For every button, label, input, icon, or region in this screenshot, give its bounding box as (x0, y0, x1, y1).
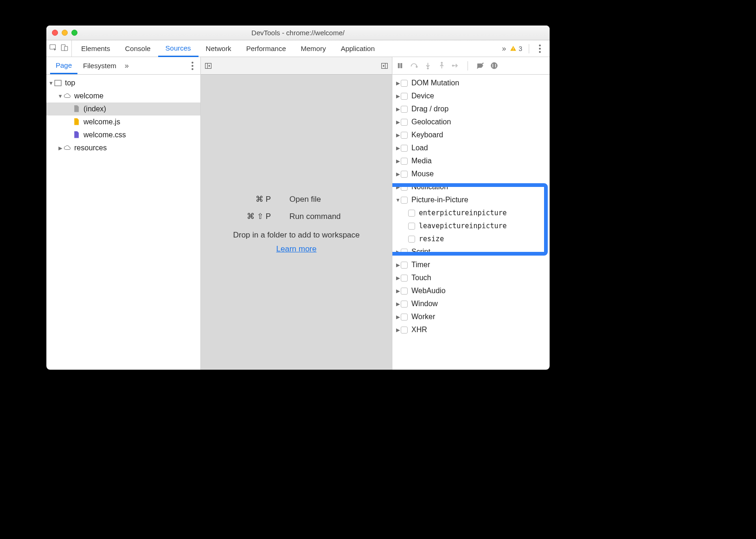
breakpoint-checkbox[interactable] (401, 327, 408, 334)
breakpoint-category[interactable]: Media (392, 154, 550, 167)
breakpoint-checkbox[interactable] (408, 223, 415, 230)
tab-network[interactable]: Network (199, 40, 239, 57)
divider (529, 44, 529, 53)
deactivate-breakpoints-icon[interactable] (475, 61, 485, 71)
breakpoint-event[interactable]: enterpictureinpicture (392, 206, 550, 219)
breakpoint-category[interactable]: DOM Mutation (392, 77, 550, 90)
breakpoint-event[interactable]: resize (392, 232, 550, 245)
chevron-right-icon[interactable] (395, 314, 401, 320)
navigator-tab-filesystem[interactable]: Filesystem (77, 57, 122, 74)
breakpoint-checkbox[interactable] (401, 197, 408, 204)
breakpoint-category[interactable]: Mouse (392, 167, 550, 180)
breakpoint-category[interactable]: Geolocation (392, 116, 550, 128)
tab-performance[interactable]: Performance (239, 40, 294, 57)
editor-toolbar (201, 57, 392, 75)
step-out-icon[interactable] (437, 61, 446, 71)
warnings-badge[interactable]: 3 (510, 45, 522, 52)
navigator-menu-icon[interactable] (188, 62, 197, 70)
chevron-right-icon[interactable] (395, 275, 401, 281)
breakpoint-category[interactable]: Timer (392, 258, 550, 271)
breakpoint-checkbox[interactable] (401, 80, 408, 87)
breakpoint-checkbox[interactable] (401, 288, 408, 295)
breakpoint-checkbox[interactable] (401, 314, 408, 321)
chevron-right-icon[interactable] (395, 145, 401, 151)
tree-node-resources[interactable]: resources (46, 141, 200, 154)
breakpoint-checkbox[interactable] (401, 275, 408, 282)
step-over-icon[interactable] (409, 61, 418, 71)
chevron-right-icon[interactable] (395, 119, 401, 125)
breakpoint-checkbox[interactable] (401, 171, 408, 178)
breakpoint-category[interactable]: Picture-in-Picture (392, 193, 550, 206)
chevron-down-icon[interactable] (395, 197, 401, 203)
devtools-menu-icon[interactable] (536, 45, 544, 53)
breakpoint-checkbox[interactable] (401, 184, 408, 191)
chevron-right-icon[interactable] (395, 171, 401, 177)
breakpoint-checkbox[interactable] (408, 236, 415, 243)
breakpoint-checkbox[interactable] (401, 93, 408, 100)
chevron-right-icon[interactable] (395, 106, 401, 112)
inspect-element-icon[interactable] (49, 44, 58, 54)
svg-rect-3 (513, 48, 513, 49)
breakpoint-category[interactable]: Script (392, 245, 550, 258)
breakpoint-checkbox[interactable] (408, 210, 415, 217)
chevron-right-icon[interactable] (395, 288, 401, 294)
breakpoint-checkbox[interactable] (401, 158, 408, 165)
pause-on-exceptions-icon[interactable] (489, 61, 499, 71)
chevron-right-icon[interactable] (395, 80, 401, 86)
tree-node-welcome[interactable]: welcome (46, 90, 200, 103)
breakpoint-category[interactable]: Keyboard (392, 128, 550, 141)
breakpoint-checkbox[interactable] (401, 119, 408, 126)
tab-memory[interactable]: Memory (294, 40, 333, 57)
breakpoint-event[interactable]: leavepictureinpicture (392, 219, 550, 232)
breakpoint-category[interactable]: Window (392, 297, 550, 310)
chevron-right-icon[interactable] (58, 145, 63, 151)
navigator-tab-page[interactable]: Page (50, 57, 77, 74)
breakpoint-label: Notification (411, 183, 448, 191)
chevron-down-icon[interactable] (58, 93, 63, 99)
breakpoint-category[interactable]: Worker (392, 310, 550, 323)
tree-node-top[interactable]: top (46, 77, 200, 90)
chevron-right-icon[interactable] (395, 132, 401, 138)
tab-console[interactable]: Console (118, 40, 158, 57)
breakpoint-category[interactable]: Notification (392, 180, 550, 193)
breakpoint-checkbox[interactable] (401, 249, 408, 256)
breakpoint-checkbox[interactable] (401, 106, 408, 113)
tab-elements[interactable]: Elements (74, 40, 118, 57)
navigator-overflow-icon[interactable]: » (125, 62, 129, 70)
chevron-right-icon[interactable] (395, 184, 401, 190)
sources-navigator: PageFilesystem » top welcome ( (46, 57, 201, 370)
tabs-overflow-icon[interactable]: » (502, 45, 506, 53)
breakpoint-checkbox[interactable] (401, 132, 408, 139)
learn-more-link[interactable]: Learn more (276, 244, 317, 254)
toggle-device-icon[interactable] (60, 44, 69, 54)
tab-sources[interactable]: Sources (158, 40, 199, 57)
breakpoint-category[interactable]: Device (392, 90, 550, 103)
chevron-right-icon[interactable] (395, 262, 401, 268)
chevron-right-icon[interactable] (395, 158, 401, 164)
step-icon[interactable] (451, 61, 460, 71)
breakpoint-checkbox[interactable] (401, 145, 408, 152)
chevron-right-icon[interactable] (395, 327, 401, 333)
tree-node-css[interactable]: welcome.css (46, 128, 200, 141)
step-into-icon[interactable] (423, 61, 432, 71)
hide-debugger-icon[interactable] (380, 61, 389, 71)
breakpoint-category[interactable]: XHR (392, 323, 550, 336)
devtools-tabbar: ElementsConsoleSourcesNetworkPerformance… (46, 40, 550, 57)
breakpoint-category[interactable]: Drag / drop (392, 103, 550, 116)
breakpoint-checkbox[interactable] (401, 301, 408, 308)
breakpoint-category[interactable]: Touch (392, 271, 550, 284)
chevron-right-icon[interactable] (395, 93, 401, 99)
drop-folder-text: Drop in a folder to add to workspace (233, 231, 359, 240)
tree-node-js[interactable]: welcome.js (46, 116, 200, 128)
breakpoint-category[interactable]: Load (392, 141, 550, 154)
chevron-down-icon[interactable] (48, 80, 54, 86)
tree-node-index[interactable]: (index) (46, 103, 200, 116)
hide-navigator-icon[interactable] (204, 61, 213, 71)
breakpoint-checkbox[interactable] (401, 262, 408, 269)
tab-application[interactable]: Application (333, 40, 382, 57)
pause-icon[interactable] (395, 61, 404, 71)
breakpoint-category[interactable]: WebAudio (392, 284, 550, 297)
chevron-right-icon[interactable] (395, 249, 401, 255)
chevron-right-icon[interactable] (395, 301, 401, 307)
event-listener-breakpoints: DOM MutationDeviceDrag / dropGeolocation… (392, 75, 550, 370)
